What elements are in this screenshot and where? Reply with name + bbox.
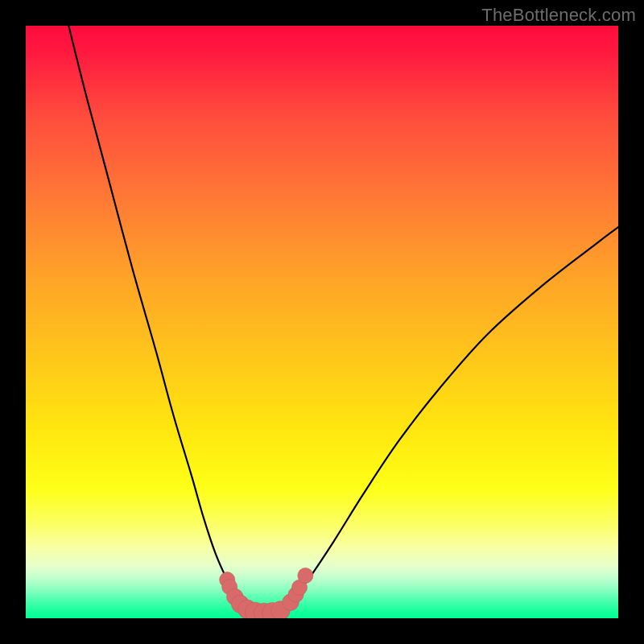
- curve-right-branch: [280, 227, 618, 611]
- curve-layer: [68, 26, 618, 613]
- watermark-text: TheBottleneck.com: [481, 5, 636, 26]
- outer-frame: TheBottleneck.com: [0, 0, 644, 644]
- curve-left-branch: [68, 26, 248, 611]
- data-marker: [298, 568, 313, 583]
- plot-area: [26, 26, 618, 618]
- marker-layer: [220, 568, 313, 618]
- chart-svg: [26, 26, 618, 618]
